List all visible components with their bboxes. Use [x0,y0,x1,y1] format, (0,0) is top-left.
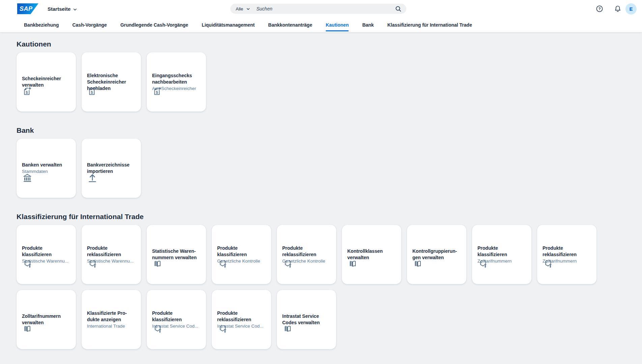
search-input[interactable] [256,6,394,11]
search-scope-value: Alle [236,6,243,11]
book-icon [282,324,293,334]
chevron-down-icon [246,7,250,11]
fiori-launchpad: SAP Startseite Alle [0,0,642,349]
tab-kautionen[interactable]: Kautionen [326,18,349,32]
svg-text:?: ? [599,7,601,11]
tab-klassifizierung-fuer-international-trade[interactable]: Klassifizierung für International Trade [387,18,472,32]
tab-bankbeziehung[interactable]: Bankbeziehung [24,18,59,32]
tab-bankkontenantraege[interactable]: Bankkontenanträge [268,18,312,32]
tag-icon [152,324,163,334]
tag-icon [22,259,33,269]
tab-grundlegende-cash-vorgaenge[interactable]: Grundlegende Cash-Vorgänge [120,18,188,32]
tag-icon [543,259,553,269]
tile-eingangsschecks[interactable]: Eingangsschecks nachbearbeiten Aus Schec… [147,52,206,112]
tile-kontrollklassen[interactable]: Kontrollklassen verwalten [342,225,401,284]
tab-label: Klassifizierung für International Trade [387,22,472,28]
tile-banken-verwalten[interactable]: Banken verwalten Stammdaten [17,139,76,198]
tab-label: Grundlegende Cash-Vorgänge [120,22,188,28]
tab-bank[interactable]: Bank [362,18,374,32]
tile-produkte[interactable]: Produkte reklassifizieren Zolltarifnumme… [537,225,596,284]
book-icon [347,259,358,269]
help-icon[interactable]: ? [595,5,604,13]
tile-statistische-waren[interactable]: Statistische Waren- nummern verwalten [147,225,206,284]
tab-label: Bank [362,22,374,28]
search-icon[interactable] [394,5,402,13]
tag-icon [87,259,98,269]
tile-title: Produkte klassifizieren [152,310,201,323]
section-title: Kautionen [17,40,625,48]
avatar[interactable]: E [625,3,637,14]
tile-title: Produkte reklassifizieren [282,245,331,258]
svg-text:$: $ [26,90,28,94]
tile-subtitle: International Trade [87,323,136,329]
tab-cash-vorgaenge[interactable]: Cash-Vorgänge [72,18,107,32]
check-plus-icon: $ [87,86,98,97]
tile-intrastat-service[interactable]: Intrastat Service Codes verwalten [277,290,336,349]
tile-produkte[interactable]: Produkte reklassifizieren Intrastat Serv… [212,290,271,349]
tile-title: Klassifizierte Pro- dukte anzeigen [87,310,136,323]
shell-actions: ? E [595,3,637,14]
tile-klassifizierte-pro[interactable]: Klassifizierte Pro- dukte anzeigen Inter… [82,290,141,349]
tile-title: Produkte klassifizieren [22,245,70,258]
tile-elektronische[interactable]: Elektronische Scheckeinreicher hochladen… [82,52,141,112]
avatar-initial: E [629,6,633,12]
svg-text:$: $ [156,90,158,94]
tile-produkte[interactable]: Produkte reklassifizieren Gesetzliche Ko… [277,225,336,284]
tile-grid: Produkte klassifizieren Statistische War… [17,225,625,349]
check-plus-icon: $ [152,86,163,97]
space-menu-button[interactable]: Startseite [48,6,77,12]
bank-icon [22,172,33,183]
sap-logo-text: SAP [20,5,33,12]
tile-title: Produkte klassifizieren [217,245,266,258]
tile-title: Eingangsschecks nachbearbeiten [152,72,201,85]
tile-title: Produkte reklassifizieren [217,310,266,323]
chevron-down-icon [73,7,77,11]
tile-zolltarifnummern[interactable]: Zolltarifnummern verwalten [17,290,76,349]
svg-text:$: $ [91,90,93,94]
navigation-bar: Bankbeziehung Cash-Vorgänge Grundlegende… [0,18,642,32]
tile-produkte[interactable]: Produkte klassifizieren Intrastat Servic… [147,290,206,349]
tile-title: Produkte reklassifizieren [543,245,591,258]
section-klassifizierung-fuer-international-trade: Klassifizierung für International Trade … [17,213,625,349]
section-title: Klassifizierung für International Trade [17,213,625,221]
search-bar: Alle [230,4,406,14]
book-icon [412,259,423,269]
tab-label: Kautionen [326,22,349,28]
tile-produkte[interactable]: Produkte klassifizieren Statistische War… [17,225,76,284]
tab-label: Bankkontenanträge [268,22,312,28]
section-bank: Bank Banken verwalten Stammdaten Bankver… [17,126,625,198]
tile-title: Produkte klassifizieren [477,245,526,258]
tile-grid: Banken verwalten Stammdaten Bankverzeich… [17,139,625,198]
tile-produkte[interactable]: Produkte klassifizieren Zolltarifnummern [472,225,531,284]
tile-title: Produkte reklassifizieren [87,245,136,258]
tab-label: Cash-Vorgänge [72,22,107,28]
book-icon [22,324,33,334]
tag-icon [282,259,293,269]
tab-liquiditaetsmanagement[interactable]: Liquiditätsmanagement [202,18,255,32]
tab-label: Bankbeziehung [24,22,59,28]
tile-bankverzeichnisse[interactable]: Bankverzeichnisse importieren [82,139,141,198]
shell-header: SAP Startseite Alle [0,0,642,18]
tag-icon [477,259,488,269]
tile-produkte[interactable]: Produkte reklassifizieren Statistische W… [82,225,141,284]
tile-title: Banken verwalten [22,162,70,168]
tag-icon [217,324,228,334]
bell-icon[interactable] [614,5,622,13]
content-area: Kautionen Scheckeinreicher verwalten $ E… [0,40,642,349]
section-kautionen: Kautionen Scheckeinreicher verwalten $ E… [17,40,625,112]
page-title: Startseite [48,6,70,12]
sap-logo[interactable]: SAP [17,3,38,14]
search-scope-select[interactable]: Alle [236,6,250,11]
tag-icon [217,259,228,269]
tile-produkte[interactable]: Produkte klassifizieren Gesetzliche Kont… [212,225,271,284]
tile-kontrollgruppierun[interactable]: Kontrollgruppierun- gen verwalten [407,225,466,284]
upload-icon [87,172,98,183]
section-title: Bank [17,126,625,134]
tab-label: Liquiditätsmanagement [202,22,255,28]
check-plus-icon: $ [22,86,33,97]
tile-grid: Scheckeinreicher verwalten $ Elektronisc… [17,52,625,112]
book-icon [152,259,163,269]
tile-scheckeinreicher[interactable]: Scheckeinreicher verwalten $ [17,52,76,112]
